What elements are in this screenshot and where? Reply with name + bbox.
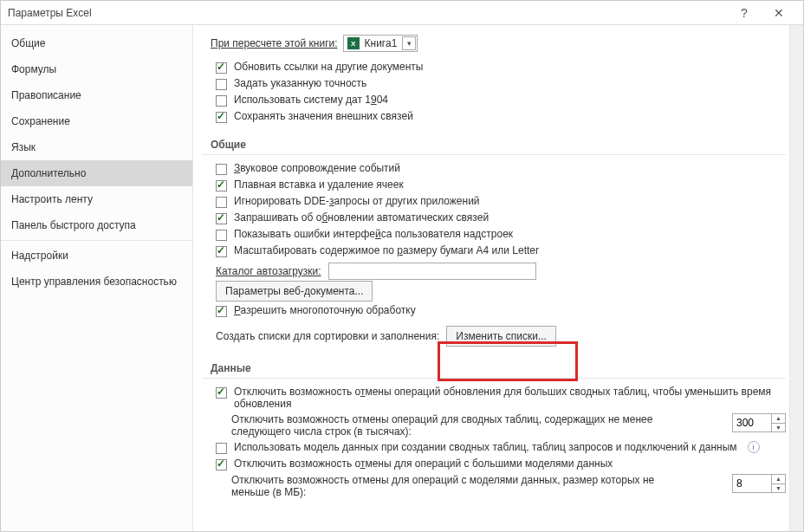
- workbook-name: Книга1: [365, 37, 398, 49]
- sidebar-item-proofing[interactable]: Правописание: [1, 82, 192, 108]
- excel-icon: X: [347, 37, 360, 49]
- checkbox-icon: [216, 95, 227, 107]
- checkbox-icon: [216, 443, 227, 454]
- arrow-up-icon: ▲: [772, 414, 785, 424]
- opt-ask-update-links[interactable]: Запрашивать об обновлении автоматических…: [211, 211, 786, 224]
- checkbox-icon: [216, 197, 227, 208]
- checkbox-icon: [216, 62, 227, 74]
- custom-lists-row: Создать списки для сортировки и заполнен…: [216, 326, 786, 347]
- checkbox-icon: [216, 246, 227, 257]
- checkbox-icon: [216, 112, 227, 123]
- excel-options-dialog: Параметры Excel ? ✕ Общие Формулы Правоп…: [0, 0, 804, 532]
- checkbox-icon: [216, 213, 227, 224]
- opt-show-addin-errors[interactable]: Показывать ошибки интерфейса пользовател…: [211, 228, 786, 241]
- spinner-arrows[interactable]: ▲▼: [771, 475, 785, 492]
- section-general: Общие: [202, 133, 786, 155]
- checkbox-icon: [216, 230, 227, 241]
- opt-update-links[interactable]: Обновить ссылки на другие документы: [211, 61, 786, 74]
- workbook-dropdown[interactable]: X Книга1 ▾: [343, 35, 418, 52]
- window-title: Параметры Excel: [8, 7, 727, 19]
- rows-spinner-input[interactable]: [733, 414, 771, 431]
- opt-disable-undo-large-pivot[interactable]: Отключить возможность отмены операций об…: [211, 386, 786, 410]
- dialog-body: Общие Формулы Правописание Сохранение Яз…: [1, 25, 803, 531]
- sidebar: Общие Формулы Правописание Сохранение Яз…: [1, 25, 193, 531]
- checkbox-icon: [216, 164, 227, 175]
- scrollbar[interactable]: [789, 25, 803, 531]
- mb-spinner[interactable]: ▲▼: [732, 474, 786, 493]
- opt-smooth-insert[interactable]: Плавная вставка и удаление ячеек: [211, 178, 786, 191]
- opt-save-external[interactable]: Сохранять значения внешних связей: [211, 110, 786, 123]
- edit-custom-lists-button[interactable]: Изменить списки...: [446, 326, 556, 347]
- checkbox-icon: [216, 459, 227, 470]
- opt-disable-undo-rows: Отключить возможность отмены операций дл…: [226, 413, 786, 438]
- opt-1904-date[interactable]: Использовать систему дат 1904: [211, 94, 786, 107]
- opt-ignore-dde[interactable]: Игнорировать DDE-запросы от других прило…: [211, 195, 786, 208]
- opt-disable-undo-model-size: Отключить возможность отмены для операци…: [226, 474, 786, 498]
- opt-sound[interactable]: Звуковое сопровождение событий: [211, 162, 786, 175]
- sidebar-item-general[interactable]: Общие: [1, 30, 192, 56]
- checkbox-icon: [216, 387, 227, 399]
- sidebar-item-addins[interactable]: Надстройки: [1, 243, 192, 269]
- checkbox-icon: [216, 79, 227, 90]
- custom-lists-label: Создать списки для сортировки и заполнен…: [216, 330, 439, 342]
- sidebar-item-advanced[interactable]: Дополнительно: [1, 160, 192, 186]
- checkbox-icon: [216, 180, 227, 191]
- arrow-up-icon: ▲: [772, 475, 785, 484]
- opt-use-data-model[interactable]: Использовать модель данных при создании …: [211, 441, 786, 454]
- titlebar: Параметры Excel ? ✕: [1, 1, 803, 25]
- content-wrap: При пересчете этой книги: X Книга1 ▾ Обн…: [193, 25, 803, 531]
- arrow-down-icon: ▼: [772, 424, 785, 432]
- recalc-row: При пересчете этой книги: X Книга1 ▾: [211, 35, 786, 52]
- sidebar-separator: [1, 240, 192, 241]
- autostart-label: Каталог автозагрузки:: [216, 265, 321, 277]
- sidebar-item-language[interactable]: Язык: [1, 134, 192, 160]
- recalc-label: При пересчете этой книги:: [211, 37, 338, 49]
- opt-scale-a4[interactable]: Масштабировать содержимое по размеру бум…: [211, 244, 786, 257]
- arrow-down-icon: ▼: [772, 484, 785, 493]
- sidebar-item-save[interactable]: Сохранение: [1, 108, 192, 134]
- help-icon[interactable]: ?: [727, 6, 762, 20]
- chevron-down-icon: ▾: [402, 36, 416, 50]
- autostart-input[interactable]: [328, 263, 536, 280]
- content: При пересчете этой книги: X Книга1 ▾ Обн…: [193, 25, 803, 531]
- close-icon[interactable]: ✕: [762, 6, 796, 20]
- opt-disable-undo-large-model[interactable]: Отключить возможность отмены для операци…: [211, 457, 786, 470]
- opt-set-precision[interactable]: Задать указанную точность: [211, 77, 786, 90]
- sidebar-item-customize-ribbon[interactable]: Настроить ленту: [1, 186, 192, 212]
- rows-spinner[interactable]: ▲▼: [732, 413, 786, 432]
- spinner-arrows[interactable]: ▲▼: [771, 414, 785, 431]
- sidebar-item-trust-center[interactable]: Центр управления безопасностью: [1, 269, 192, 295]
- sidebar-item-formulas[interactable]: Формулы: [1, 56, 192, 82]
- sidebar-item-quick-access[interactable]: Панель быстрого доступа: [1, 212, 192, 238]
- mb-spinner-input[interactable]: [733, 475, 771, 492]
- opt-multithread[interactable]: Разрешить многопоточную обработку: [211, 304, 786, 317]
- web-document-options-button[interactable]: Параметры веб-документа...: [216, 281, 373, 302]
- checkbox-icon: [216, 306, 227, 317]
- autostart-row: Каталог автозагрузки:: [216, 263, 786, 280]
- info-icon[interactable]: i: [748, 441, 760, 453]
- section-data: Данные: [202, 357, 786, 379]
